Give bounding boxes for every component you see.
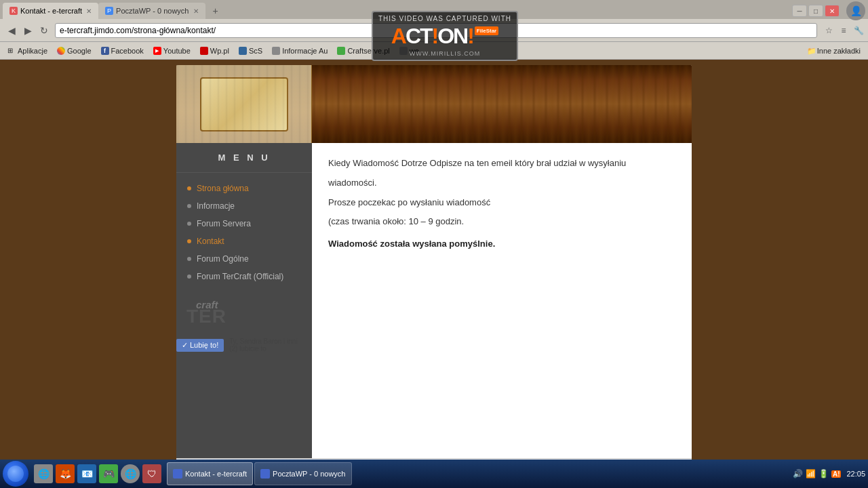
bookmark-informacje[interactable]: Informacje Au xyxy=(268,45,332,56)
action-logo-text: ACT!ON! xyxy=(391,24,473,49)
taskbar-item-poczta[interactable]: PocztaWP - 0 nowych xyxy=(254,462,351,485)
action-tray-icon[interactable]: A! xyxy=(831,470,842,478)
menu-bullet-informacje xyxy=(187,204,191,208)
taskbar-item-1-icon xyxy=(173,469,182,479)
menu-item-forum-ogolne[interactable]: Forum Ogólne xyxy=(176,250,312,268)
content-line1: Kiedy Wiadomość Dotrze Odpisze na ten em… xyxy=(328,157,675,171)
action-a-letter: A xyxy=(391,24,406,48)
menu-item-kontakt[interactable]: Kontakt xyxy=(176,232,312,250)
menu-item-informacje[interactable]: Informacje xyxy=(176,197,312,215)
taskbar-item-2-icon xyxy=(260,469,270,479)
menu-bullet-forum-serwera xyxy=(187,222,191,226)
logo-image: craft TER xyxy=(186,299,302,327)
bookmark-facebook[interactable]: f Facebook xyxy=(97,45,148,56)
menu-label-strona: Strona główna xyxy=(197,184,249,193)
speaker-icon[interactable]: 🔊 xyxy=(793,469,803,479)
maximize-button[interactable]: □ xyxy=(808,5,823,17)
tab-2-close[interactable]: ✕ xyxy=(193,7,199,15)
apps-icon: ⊞ xyxy=(7,47,16,55)
window-controls: ─ □ ✕ 👤 xyxy=(792,1,865,20)
bookmark-inne[interactable]: 📁 Inne zakładki xyxy=(803,45,865,56)
bookmark-wppl[interactable]: Wp.pl xyxy=(196,45,233,56)
forward-button[interactable]: ▶ xyxy=(20,23,35,38)
bookmark-google-label: Google xyxy=(67,47,91,55)
menu-item-forum-serwera[interactable]: Forum Servera xyxy=(176,215,312,232)
site-header xyxy=(176,65,692,143)
action-exclaim1: ! xyxy=(432,24,438,48)
profile-icon[interactable]: 👤 xyxy=(846,1,865,20)
wrench-icon[interactable]: 🔧 xyxy=(852,24,865,37)
close-button[interactable]: ✕ xyxy=(825,5,840,17)
content-line2: wiadomości. xyxy=(328,176,675,190)
scs-icon xyxy=(239,47,247,55)
bookmark-facebook-label: Facebook xyxy=(111,47,144,55)
bookmark-informacje-label: Informacje Au xyxy=(282,47,328,55)
network-icon[interactable]: 📶 xyxy=(806,469,816,479)
taskbar-item-2-label: PocztaWP - 0 nowych xyxy=(273,470,345,478)
tab-1-close[interactable]: ✕ xyxy=(86,7,92,15)
reload-button[interactable]: ↻ xyxy=(37,23,52,38)
google-icon xyxy=(57,47,65,55)
quicklaunch-icon-4[interactable]: 🎮 xyxy=(99,464,118,483)
tab-1-favicon: K xyxy=(9,7,18,15)
action-overlay: THIS VIDEO WAS CAPTURED WITH ACT!ON! Fil… xyxy=(372,11,518,61)
content-area: Kiedy Wiadomość Dotrze Odpisze na ten em… xyxy=(312,143,692,458)
quicklaunch-icon-3[interactable]: 📧 xyxy=(77,464,96,483)
new-tab-button[interactable]: + xyxy=(208,3,223,18)
sidebar: M E N U Strona główna Informacje xyxy=(176,143,312,458)
sys-tray: 🔊 📶 🔋 A! xyxy=(787,469,847,479)
header-logo-area xyxy=(176,65,312,143)
tab-1-label: Kontakt - e-tercraft xyxy=(20,7,82,15)
settings-icon[interactable]: ≡ xyxy=(837,24,850,37)
bookmark-star-icon[interactable]: ☆ xyxy=(823,24,835,37)
success-message: Wiadomość została wysłana pomyślnie. xyxy=(328,239,675,249)
folder-icon: 📁 xyxy=(807,47,815,55)
menu-label-kontakt: Kontakt xyxy=(197,237,224,246)
bookmark-scs[interactable]: ScS xyxy=(235,45,267,56)
quicklaunch-icon-1[interactable]: 🌐 xyxy=(34,464,53,483)
bookmark-google[interactable]: Google xyxy=(53,45,95,56)
taskbar-item-1-label: Kontakt - e-tercraft xyxy=(185,470,247,478)
bookmark-apps[interactable]: ⊞ Aplikacje xyxy=(3,45,52,56)
bookmark-youtube[interactable]: ▶ Youtube xyxy=(149,45,195,56)
page-container: M E N U Strona główna Informacje xyxy=(176,65,692,460)
quicklaunch-icon-2[interactable]: 🦊 xyxy=(56,464,75,483)
system-clock: 22:05 xyxy=(846,469,865,479)
menu-bullet-forum-ogolne xyxy=(187,257,191,261)
minimize-button[interactable]: ─ xyxy=(792,5,807,17)
action-top-text: THIS VIDEO WAS CAPTURED WITH xyxy=(378,15,511,22)
content-line3: Prosze poczekac po wysłaniu wiadomość xyxy=(328,196,675,210)
bookmark-scs-label: ScS xyxy=(249,47,262,55)
menu-bullet-kontakt xyxy=(187,239,191,243)
content-line4: (czas trwania około: 10 – 9 godzin. xyxy=(328,215,675,229)
menu-label-forum-serwera: Forum Servera xyxy=(197,219,251,228)
like-section: Lubię to! Ty, Sandra Baron i inni (2) lu… xyxy=(176,331,312,359)
logo-craft-text: craft xyxy=(196,299,218,310)
youtube-icon: ▶ xyxy=(153,47,161,55)
taskbar-item-kontakt[interactable]: Kontakt - e-tercraft xyxy=(167,462,253,485)
quicklaunch-icon-6[interactable]: 🛡 xyxy=(142,464,161,483)
menu-label-forum-ogolne: Forum Ogólne xyxy=(197,254,249,264)
taskbar: 🌐 🦊 📧 🎮 🌐 🛡 Kontakt - e-tercraft PocztaW… xyxy=(0,460,868,488)
tab-1[interactable]: K Kontakt - e-tercraft ✕ xyxy=(3,3,98,19)
informacje-icon xyxy=(272,47,280,55)
start-button-inner xyxy=(7,466,24,482)
facebook-icon: f xyxy=(101,47,109,55)
time-display: 22:05 xyxy=(846,470,865,478)
tab-2-favicon: P xyxy=(105,7,113,15)
menu-item-forum-tercraft[interactable]: Forum TerCraft (Official) xyxy=(176,268,312,285)
menu-item-strona[interactable]: Strona główna xyxy=(176,180,312,197)
taskbar-items: Kontakt - e-tercraft PocztaWP - 0 nowych xyxy=(167,462,787,485)
wppl-icon xyxy=(200,47,208,55)
like-button-label: Lubię to! xyxy=(190,341,218,349)
nav-right: ☆ ≡ 🔧 xyxy=(823,24,865,37)
like-button[interactable]: Lubię to! xyxy=(176,339,224,352)
back-button[interactable]: ◀ xyxy=(4,23,19,38)
battery-icon[interactable]: 🔋 xyxy=(818,469,829,479)
header-logo-box xyxy=(200,77,288,131)
action-url: WWW.MIRILLIS.COM xyxy=(378,50,511,57)
likers-text: Ty, Sandra Baron i inni xyxy=(229,338,297,345)
tab-2[interactable]: P PocztaWP - 0 nowych ✕ xyxy=(98,3,205,19)
start-button[interactable] xyxy=(3,461,28,487)
quicklaunch-icon-5[interactable]: 🌐 xyxy=(121,464,140,483)
